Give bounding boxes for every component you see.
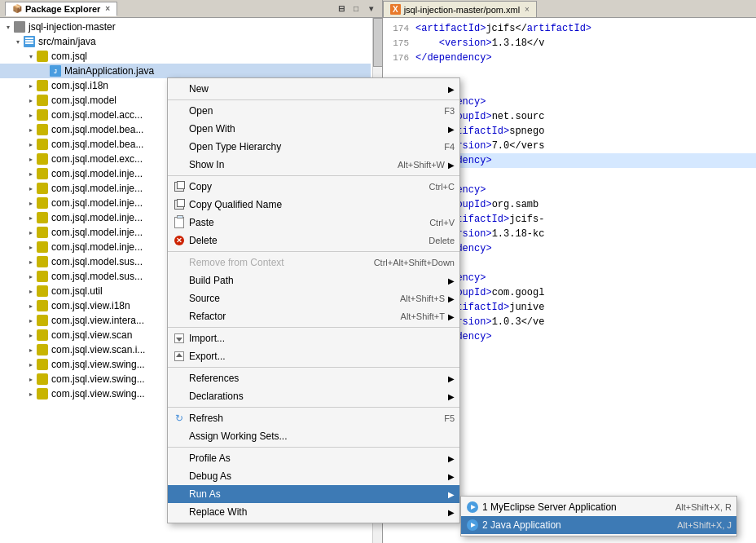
menu-label-import: Import... [189, 333, 455, 344]
tree-item-src[interactable]: src/main/java [0, 34, 371, 49]
tree-expand-pkg18[interactable] [26, 345, 36, 355]
tree-expand-pkg3[interactable] [26, 125, 36, 135]
tree-item-project[interactable]: jsql-injection-master [0, 20, 371, 34]
panel-header-icons: ⊟ □ ▾ [335, 2, 377, 15]
tree-expand-comjsql[interactable] [26, 51, 36, 61]
pkg-icon-1 [36, 94, 49, 107]
separator-1 [168, 99, 459, 100]
tree-expand-pkg12[interactable] [26, 257, 36, 267]
menu-item-delete[interactable]: ✕ Delete Delete [168, 232, 459, 249]
tree-expand-pkg19[interactable] [26, 360, 36, 369]
menu-item-references[interactable]: References ▶ [168, 369, 459, 387]
tree-expand-pkg20[interactable] [26, 374, 36, 384]
tree-expand-pkg6[interactable] [26, 169, 36, 179]
menu-item-source[interactable]: Source Alt+Shift+S ▶ [168, 289, 459, 307]
pkg-label-4: com.jsql.model.bea... [51, 139, 143, 150]
menu-shortcut-delete: Delete [429, 236, 455, 245]
java-app-icon: ▶ [466, 519, 479, 532]
menu-item-run-as[interactable]: Run As ▶ [168, 485, 459, 503]
menu-shortcut-java-application: Alt+Shift+X, J [677, 520, 732, 530]
tree-expand-pkg10[interactable] [26, 227, 36, 237]
menu-shortcut-refactor: Alt+Shift+T [401, 311, 445, 321]
menu-label-remove-context: Remove from Context [189, 257, 358, 268]
tree-expand-pkg11[interactable] [26, 242, 36, 252]
menu-arrow-source: ▶ [448, 294, 455, 303]
menu-item-assign-working-sets[interactable]: Assign Working Sets... [168, 427, 459, 445]
package-icon [36, 50, 49, 63]
xml-tab-label: jsql-injection-master/pom.xml [404, 5, 520, 15]
tab-close-icon[interactable]: × [105, 4, 110, 13]
pkg-label-8: com.jsql.model.inje... [51, 197, 143, 209]
menu-item-open-with[interactable]: Open With ▶ [168, 120, 459, 138]
pkg-label-1: com.jsql.model [51, 95, 116, 106]
menu-item-refactor[interactable]: Refactor Alt+Shift+T ▶ [168, 307, 459, 325]
menu-label-myeclipse-server: 1 MyEclipse Server Application [482, 501, 659, 513]
menu-item-copy[interactable]: Copy Ctrl+C [168, 178, 459, 196]
menu-item-export[interactable]: Export... [168, 347, 459, 365]
menu-label-show-in: Show In [189, 159, 381, 170]
tree-expand-pkg14[interactable] [26, 286, 36, 296]
tree-expand-pkg17[interactable] [26, 330, 36, 340]
menu-item-import[interactable]: Import... [168, 329, 459, 347]
xml-tab-close[interactable]: × [525, 5, 530, 14]
xml-editor-tab[interactable]: X jsql-injection-master/pom.xml × [383, 1, 537, 17]
pkg-icon-2 [36, 108, 49, 121]
menu-item-open-type-hierarchy[interactable]: Open Type Hierarchy F4 [168, 138, 459, 156]
code-line-176: 176 </dependency> [383, 51, 756, 65]
menu-item-show-in[interactable]: Show In Alt+Shift+W ▶ [168, 156, 459, 174]
tree-expand-pkg2[interactable] [26, 110, 36, 120]
tree-expand-pkg9[interactable] [26, 213, 36, 223]
menu-item-java-application[interactable]: ▶ 2 Java Application Alt+Shift+X, J [461, 516, 736, 534]
tree-expand-pkg13[interactable] [26, 272, 36, 281]
menu-item-copy-qualified[interactable]: Copy Qualified Name [168, 196, 459, 214]
menu-label-declarations: Declarations [189, 391, 445, 402]
menu-item-build-path[interactable]: Build Path ▶ [168, 272, 459, 289]
maximize-btn[interactable]: □ [349, 2, 363, 15]
tree-expand-pkg4[interactable] [26, 139, 36, 149]
menu-arrow-refactor: ▶ [448, 312, 455, 321]
menu-label-open-with: Open With [189, 123, 445, 135]
menu-item-debug-as[interactable]: Debug As ▶ [168, 467, 459, 485]
menu-label-refactor: Refactor [189, 311, 385, 322]
package-explorer-tab[interactable]: 📦 Package Explorer × [5, 2, 117, 16]
pkg-label-20: com.jsql.view.swing... [51, 373, 145, 385]
tree-expand-pkg0[interactable] [26, 81, 36, 90]
tree-expand-src[interactable] [13, 37, 23, 46]
src-label: src/main/java [38, 36, 96, 47]
view-menu-btn[interactable]: ▾ [364, 2, 377, 15]
menu-arrow-run-as: ▶ [448, 490, 455, 499]
pkg-label-18: com.jsql.view.scan.i... [51, 344, 145, 355]
menu-item-profile-as[interactable]: Profile As ▶ [168, 449, 459, 467]
copy-icon [173, 180, 186, 193]
menu-item-refresh[interactable]: ↻ Refresh F5 [168, 409, 459, 427]
menu-item-replace-with[interactable]: Replace With ▶ [168, 503, 459, 521]
menu-item-myeclipse-server[interactable]: ▶ 1 MyEclipse Server Application Alt+Shi… [461, 498, 736, 516]
tree-expand-pkg7[interactable] [26, 183, 36, 193]
menu-label-copy: Copy [189, 181, 413, 192]
pkg-label-0: com.jsql.i18n [51, 80, 108, 91]
tree-expand-project[interactable] [3, 22, 13, 32]
menu-item-declarations[interactable]: Declarations ▶ [168, 387, 459, 405]
menu-item-paste[interactable]: Paste Ctrl+V [168, 214, 459, 232]
tree-expand-pkg16[interactable] [26, 316, 36, 325]
menu-shortcut-open: F3 [444, 106, 455, 116]
line-num-174: 174 [383, 24, 415, 33]
pkg-label-6: com.jsql.model.inje... [51, 168, 143, 179]
pkg-label-15: com.jsql.view.i18n [51, 300, 130, 311]
tree-expand-pkg5[interactable] [26, 154, 36, 164]
pkg-icon-20 [36, 373, 49, 386]
pkg-label-12: com.jsql.model.sus... [51, 256, 143, 267]
menu-shortcut-copy: Ctrl+C [429, 182, 455, 192]
tree-expand-pkg21[interactable] [26, 389, 36, 399]
tree-item-comjsql[interactable]: com.jsql [0, 49, 371, 64]
pkg-icon-9 [36, 211, 49, 224]
menu-shortcut-source: Alt+Shift+S [400, 294, 445, 303]
menu-item-open[interactable]: Open F3 [168, 102, 459, 120]
menu-item-new[interactable]: New ▶ [168, 80, 459, 98]
scrollbar-thumb[interactable] [373, 18, 383, 67]
tree-expand-pkg15[interactable] [26, 301, 36, 311]
tree-item-main-app[interactable]: J MainApplication.java [0, 64, 371, 78]
tree-expand-pkg1[interactable] [26, 95, 36, 105]
tree-expand-pkg8[interactable] [26, 198, 36, 208]
minimize-btn[interactable]: ⊟ [335, 2, 348, 15]
